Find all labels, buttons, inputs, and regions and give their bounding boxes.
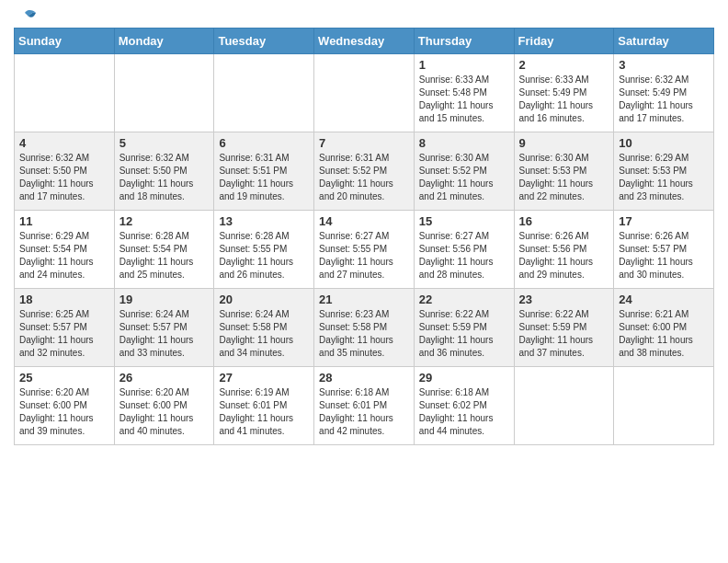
day-number: 12 — [119, 214, 210, 228]
day-number: 9 — [519, 136, 609, 150]
calendar-cell: 9Sunrise: 6:30 AMSunset: 5:53 PMDaylight… — [514, 132, 614, 211]
day-info: Sunrise: 6:29 AMSunset: 5:54 PMDaylight:… — [19, 230, 109, 282]
day-info: Sunrise: 6:28 AMSunset: 5:54 PMDaylight:… — [119, 230, 210, 282]
day-number: 22 — [419, 293, 509, 306]
day-number: 18 — [19, 293, 109, 306]
calendar-cell: 24Sunrise: 6:21 AMSunset: 6:00 PMDayligh… — [614, 289, 714, 367]
day-number: 11 — [19, 214, 109, 228]
calendar-table: SundayMondayTuesdayWednesdayThursdayFrid… — [14, 28, 714, 445]
day-info: Sunrise: 6:20 AMSunset: 6:00 PMDaylight:… — [119, 386, 210, 438]
calendar-cell — [514, 367, 614, 445]
calendar-cell: 16Sunrise: 6:26 AMSunset: 5:56 PMDayligh… — [514, 211, 614, 289]
day-info: Sunrise: 6:30 AMSunset: 5:53 PMDaylight:… — [519, 152, 609, 203]
calendar-cell: 10Sunrise: 6:29 AMSunset: 5:53 PMDayligh… — [614, 132, 714, 211]
col-header-friday: Friday — [514, 29, 614, 54]
calendar-cell: 25Sunrise: 6:20 AMSunset: 6:00 PMDayligh… — [15, 367, 115, 445]
day-info: Sunrise: 6:29 AMSunset: 5:53 PMDaylight:… — [619, 152, 709, 203]
day-number: 25 — [19, 371, 109, 385]
calendar-cell: 29Sunrise: 6:18 AMSunset: 6:02 PMDayligh… — [414, 367, 514, 445]
day-number: 28 — [319, 371, 409, 385]
calendar-cell: 19Sunrise: 6:24 AMSunset: 5:57 PMDayligh… — [114, 289, 214, 367]
day-info: Sunrise: 6:27 AMSunset: 5:56 PMDaylight:… — [419, 230, 509, 282]
calendar-cell — [614, 367, 714, 445]
calendar-cell: 5Sunrise: 6:32 AMSunset: 5:50 PMDaylight… — [114, 132, 214, 211]
logo-bird-icon — [16, 9, 38, 28]
day-number: 20 — [219, 293, 309, 306]
day-info: Sunrise: 6:33 AMSunset: 5:48 PMDaylight:… — [419, 74, 509, 125]
day-info: Sunrise: 6:33 AMSunset: 5:49 PMDaylight:… — [519, 74, 609, 125]
day-number: 2 — [519, 58, 609, 72]
calendar-cell: 22Sunrise: 6:22 AMSunset: 5:59 PMDayligh… — [414, 289, 514, 367]
calendar-cell — [114, 54, 214, 132]
calendar-cell — [15, 54, 115, 132]
calendar-week-4: 18Sunrise: 6:25 AMSunset: 5:57 PMDayligh… — [15, 289, 714, 367]
day-info: Sunrise: 6:32 AMSunset: 5:50 PMDaylight:… — [119, 152, 210, 203]
col-header-thursday: Thursday — [414, 29, 514, 54]
day-info: Sunrise: 6:32 AMSunset: 5:50 PMDaylight:… — [19, 152, 109, 203]
day-info: Sunrise: 6:32 AMSunset: 5:49 PMDaylight:… — [619, 74, 709, 125]
calendar-cell: 23Sunrise: 6:22 AMSunset: 5:59 PMDayligh… — [514, 289, 614, 367]
calendar-cell — [214, 54, 314, 132]
day-info: Sunrise: 6:21 AMSunset: 6:00 PMDaylight:… — [619, 308, 709, 360]
day-number: 21 — [319, 293, 409, 306]
day-info: Sunrise: 6:28 AMSunset: 5:55 PMDaylight:… — [219, 230, 309, 282]
day-number: 24 — [619, 293, 709, 306]
day-number: 4 — [19, 136, 109, 150]
calendar-cell: 15Sunrise: 6:27 AMSunset: 5:56 PMDayligh… — [414, 211, 514, 289]
day-number: 3 — [619, 58, 709, 72]
day-number: 14 — [319, 214, 409, 228]
day-number: 5 — [119, 136, 210, 150]
calendar-cell: 13Sunrise: 6:28 AMSunset: 5:55 PMDayligh… — [214, 211, 314, 289]
col-header-monday: Monday — [114, 29, 214, 54]
page-header — [14, 9, 714, 22]
day-number: 8 — [419, 136, 509, 150]
day-number: 15 — [419, 214, 509, 228]
day-info: Sunrise: 6:18 AMSunset: 6:01 PMDaylight:… — [319, 386, 409, 438]
day-info: Sunrise: 6:23 AMSunset: 5:58 PMDaylight:… — [319, 308, 409, 360]
day-info: Sunrise: 6:30 AMSunset: 5:52 PMDaylight:… — [419, 152, 509, 203]
day-info: Sunrise: 6:25 AMSunset: 5:57 PMDaylight:… — [19, 308, 109, 360]
day-info: Sunrise: 6:18 AMSunset: 6:02 PMDaylight:… — [419, 386, 509, 438]
calendar-cell: 28Sunrise: 6:18 AMSunset: 6:01 PMDayligh… — [314, 367, 415, 445]
col-header-wednesday: Wednesday — [314, 29, 415, 54]
day-info: Sunrise: 6:31 AMSunset: 5:52 PMDaylight:… — [319, 152, 409, 203]
calendar-cell: 3Sunrise: 6:32 AMSunset: 5:49 PMDaylight… — [614, 54, 714, 132]
day-info: Sunrise: 6:27 AMSunset: 5:55 PMDaylight:… — [319, 230, 409, 282]
calendar-cell: 8Sunrise: 6:30 AMSunset: 5:52 PMDaylight… — [414, 132, 514, 211]
day-number: 23 — [519, 293, 609, 306]
col-header-tuesday: Tuesday — [214, 29, 314, 54]
day-number: 13 — [219, 214, 309, 228]
calendar-cell: 4Sunrise: 6:32 AMSunset: 5:50 PMDaylight… — [15, 132, 115, 211]
logo — [14, 9, 38, 22]
day-number: 7 — [319, 136, 409, 150]
day-number: 26 — [119, 371, 210, 385]
col-header-saturday: Saturday — [614, 29, 714, 54]
calendar-week-3: 11Sunrise: 6:29 AMSunset: 5:54 PMDayligh… — [15, 211, 714, 289]
calendar-week-1: 1Sunrise: 6:33 AMSunset: 5:48 PMDaylight… — [15, 54, 714, 132]
calendar-cell: 27Sunrise: 6:19 AMSunset: 6:01 PMDayligh… — [214, 367, 314, 445]
day-number: 19 — [119, 293, 210, 306]
calendar-cell: 6Sunrise: 6:31 AMSunset: 5:51 PMDaylight… — [214, 132, 314, 211]
day-number: 17 — [619, 214, 709, 228]
day-number: 6 — [219, 136, 309, 150]
day-info: Sunrise: 6:24 AMSunset: 5:58 PMDaylight:… — [219, 308, 309, 360]
calendar-cell: 20Sunrise: 6:24 AMSunset: 5:58 PMDayligh… — [214, 289, 314, 367]
day-info: Sunrise: 6:19 AMSunset: 6:01 PMDaylight:… — [219, 386, 309, 438]
calendar-cell: 11Sunrise: 6:29 AMSunset: 5:54 PMDayligh… — [15, 211, 115, 289]
calendar-cell: 2Sunrise: 6:33 AMSunset: 5:49 PMDaylight… — [514, 54, 614, 132]
day-number: 29 — [419, 371, 509, 385]
calendar-cell: 12Sunrise: 6:28 AMSunset: 5:54 PMDayligh… — [114, 211, 214, 289]
day-number: 16 — [519, 214, 609, 228]
day-number: 1 — [419, 58, 509, 72]
calendar-header-row: SundayMondayTuesdayWednesdayThursdayFrid… — [15, 29, 714, 54]
calendar-cell: 26Sunrise: 6:20 AMSunset: 6:00 PMDayligh… — [114, 367, 214, 445]
day-number: 10 — [619, 136, 709, 150]
calendar-week-2: 4Sunrise: 6:32 AMSunset: 5:50 PMDaylight… — [15, 132, 714, 211]
day-info: Sunrise: 6:26 AMSunset: 5:57 PMDaylight:… — [619, 230, 709, 282]
calendar-cell: 14Sunrise: 6:27 AMSunset: 5:55 PMDayligh… — [314, 211, 415, 289]
day-info: Sunrise: 6:20 AMSunset: 6:00 PMDaylight:… — [19, 386, 109, 438]
col-header-sunday: Sunday — [15, 29, 115, 54]
calendar-cell: 21Sunrise: 6:23 AMSunset: 5:58 PMDayligh… — [314, 289, 415, 367]
day-info: Sunrise: 6:22 AMSunset: 5:59 PMDaylight:… — [519, 308, 609, 360]
calendar-cell: 7Sunrise: 6:31 AMSunset: 5:52 PMDaylight… — [314, 132, 415, 211]
